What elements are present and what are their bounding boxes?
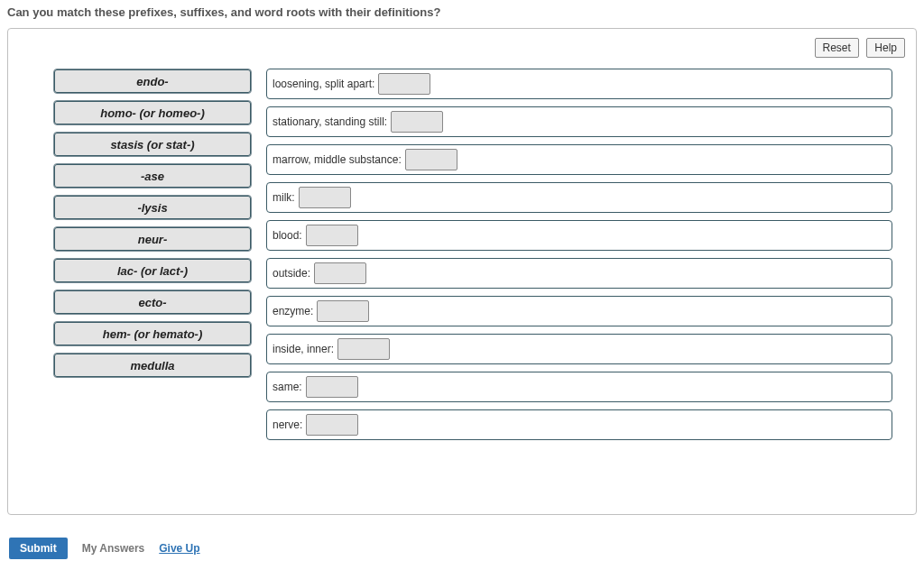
term-chip[interactable]: medulla [53,353,252,378]
definition-row: enzyme: [266,296,892,326]
drop-slot[interactable] [391,111,443,133]
definition-label: stationary, standing still: [271,115,391,128]
definition-row: nerve: [266,409,892,440]
exercise-panel: Reset Help endo- homo- (or homeo-) stasi… [7,28,917,515]
drop-slot[interactable] [314,262,366,284]
definition-row: inside, inner: [266,334,892,364]
drop-slot[interactable] [378,73,430,95]
terms-column: endo- homo- (or homeo-) stasis (or stat-… [53,69,252,447]
definition-row: loosening, split apart: [266,69,892,99]
definition-row: milk: [266,182,892,213]
drop-slot[interactable] [299,187,351,208]
drop-slot[interactable] [405,149,457,170]
definition-row: stationary, standing still: [266,106,892,137]
definition-row: outside: [266,258,892,289]
definition-row: same: [266,372,892,402]
definition-label: same: [271,381,306,393]
drop-slot[interactable] [317,300,369,322]
definition-label: blood: [271,229,306,242]
give-up-link[interactable]: Give Up [159,542,199,555]
my-answers-label: My Answers [82,542,145,555]
drop-slot[interactable] [306,376,358,398]
drop-slot[interactable] [306,225,358,246]
term-chip[interactable]: homo- (or homeo-) [53,100,252,125]
term-chip[interactable]: neur- [53,226,252,252]
term-chip[interactable]: lac- (or lact-) [53,258,252,283]
term-chip[interactable]: endo- [53,69,252,94]
term-chip[interactable]: -ase [53,163,252,188]
definition-label: nerve: [271,418,306,431]
definition-label: outside: [271,267,314,280]
reset-button[interactable]: Reset [815,38,859,58]
help-button[interactable]: Help [866,38,905,58]
definition-row: blood: [266,220,892,251]
definition-label: loosening, split apart: [271,78,378,90]
drop-slot[interactable] [337,338,390,360]
drop-slot[interactable] [306,414,358,436]
definition-label: inside, inner: [271,343,337,355]
definition-row: marrow, middle substance: [266,144,892,175]
submit-button[interactable]: Submit [9,538,68,559]
term-chip[interactable]: hem- (or hemato-) [53,321,252,346]
definitions-column: loosening, split apart: stationary, stan… [266,69,892,447]
term-chip[interactable]: -lysis [53,195,252,220]
question-prompt: Can you match these prefixes, suffixes, … [0,0,924,26]
footer-bar: Submit My Answers Give Up [9,538,200,559]
term-chip[interactable]: ecto- [53,290,252,315]
definition-label: enzyme: [271,305,317,317]
term-chip[interactable]: stasis (or stat-) [53,132,252,157]
definition-label: marrow, middle substance: [271,153,405,166]
definition-label: milk: [271,191,299,204]
